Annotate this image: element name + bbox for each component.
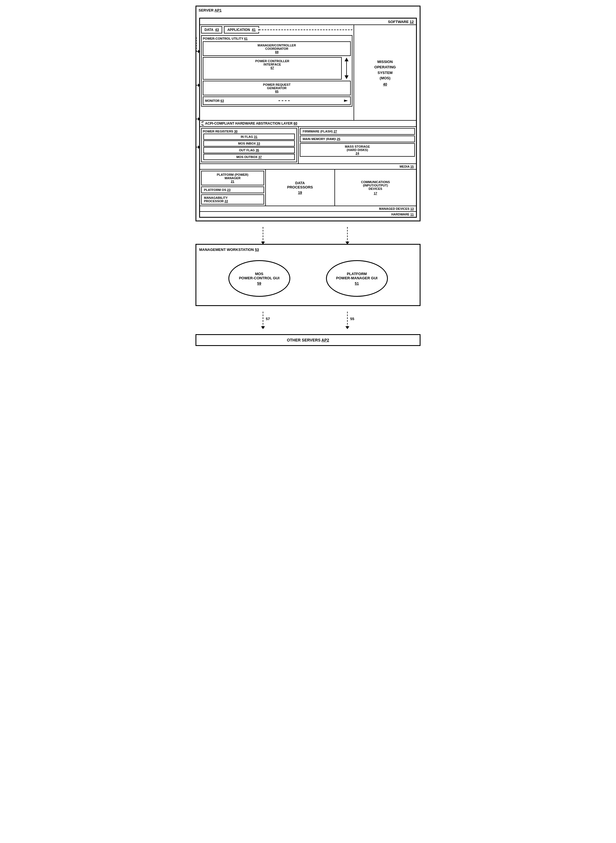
ellipses-row: MOSPOWER-CONTROL GUI 59 PLATFORMPOWER-MA…	[199, 255, 417, 302]
bottom-connectors-area: 57 55	[213, 312, 403, 334]
power-reg-section: POWER REGISTERS 30 IN FLAG 31 MOS INBOX …	[200, 127, 299, 163]
platform-manager-id: 21	[203, 180, 262, 183]
svg-marker-9	[198, 84, 200, 87]
platform-gui-label: PLATFORMPOWER-MANAGER GUI	[336, 272, 377, 280]
hal-inner: POWER REGISTERS 30 IN FLAG 31 MOS INBOX …	[200, 127, 416, 163]
monitor-label: MONITOR 63	[205, 99, 224, 103]
pci-label: POWER CONTROLLERINTERFACE	[205, 59, 339, 66]
mos-label: MISSION OPERATING SYSTEM (MOS)	[374, 59, 396, 81]
top-row: DATA 43 APPLICATION 41 POWER-CONTROL UTI…	[200, 25, 416, 120]
pci-box: POWER CONTROLLERINTERFACE 67	[203, 57, 342, 80]
prg-id: 65	[205, 90, 349, 93]
mos-gui-id: 59	[239, 281, 279, 286]
pci-id: 67	[205, 66, 339, 69]
comms-label: COMMUNICATIONS(INPUT/OUTPUT)DEVICES	[361, 180, 390, 191]
platform-manager-box: PLATFORM (POWER)MANAGER 21	[201, 171, 264, 185]
svg-marker-3	[345, 75, 349, 79]
manager-box: MANAGER/CONTROLLER COORDINATOR 69	[203, 41, 351, 56]
manager-id: 69	[205, 50, 349, 54]
platform-col: PLATFORM (POWER)MANAGER 21 PLATFORM OS 2…	[200, 170, 266, 205]
pcu-box: POWER-CONTROL UTILITY 61 MANAGER/CONTROL…	[201, 35, 352, 107]
connector-lines-area	[213, 227, 403, 244]
other-servers-label: OTHER SERVERS	[287, 338, 321, 342]
hal-label: ACPI-COMPLIANT HARDWARE ABSTRACTION LAYE…	[205, 122, 297, 125]
hal-bracket	[202, 122, 204, 125]
svg-marker-22	[345, 326, 349, 329]
svg-marker-19	[261, 326, 265, 329]
bottom-section: PLATFORM (POWER)MANAGER 21 PLATFORM OS 2…	[200, 169, 416, 217]
connectors-to-ws-svg	[213, 227, 403, 244]
svg-text:55: 55	[350, 317, 354, 321]
mos-gui-label: MOSPOWER-CONTROL GUI	[239, 272, 279, 280]
app-dashed-line	[259, 29, 352, 34]
arrow-col	[342, 57, 351, 80]
out-flag-box: OUT FLAG 35	[203, 147, 295, 153]
bottom-row: PLATFORM (POWER)MANAGER 21 PLATFORM OS 2…	[200, 170, 416, 205]
monitor-dashed	[279, 100, 290, 101]
comms-content: COMMUNICATIONS(INPUT/OUTPUT)DEVICES 17	[361, 180, 390, 195]
platform-gui-ellipse: PLATFORMPOWER-MANAGER GUI 51	[326, 260, 388, 297]
hal-header: ACPI-COMPLIANT HARDWARE ABSTRACTION LAYE…	[200, 121, 416, 127]
hardware-label: HARDWARE 11	[200, 211, 416, 217]
left-software-col: DATA 43 APPLICATION 41 POWER-CONTROL UTI…	[200, 25, 354, 120]
power-reg-label: POWER REGISTERS 30	[203, 130, 295, 133]
data-proc-col: DATA PROCESSORS 19	[266, 170, 335, 205]
server-label: SERVER AP1	[199, 8, 221, 12]
svg-marker-11	[198, 117, 200, 121]
svg-marker-1	[345, 58, 349, 61]
mos-gui-content: MOSPOWER-CONTROL GUI 59	[239, 272, 279, 286]
data-proc-label: DATA PROCESSORS	[287, 181, 313, 189]
bottom-connectors-svg: 57 55	[213, 312, 403, 334]
managed-devices-label: MANAGED DEVICES 13	[200, 205, 416, 211]
data-proc-content: DATA PROCESSORS 19	[287, 181, 313, 195]
platform-manager-label: PLATFORM (POWER)MANAGER	[203, 173, 262, 180]
data-box: DATA 43	[201, 26, 222, 34]
software-box: SOFTWARE 12 DATA 43	[199, 18, 417, 218]
firmware-box: FIRMWARE (FLASH) 27	[300, 128, 415, 135]
platform-os-box: PLATFORM OS 23	[201, 186, 264, 193]
pcu-label: POWER-CONTROL UTILITY 61	[203, 37, 351, 40]
mos-col: MISSION OPERATING SYSTEM (MOS) 40	[354, 25, 416, 120]
platform-gui-id: 51	[336, 281, 377, 286]
in-flag-box: IN FLAG 31	[203, 133, 295, 140]
data-app-row: DATA 43 APPLICATION 41	[201, 26, 352, 34]
svg-marker-7	[198, 50, 200, 53]
monitor-box: MONITOR 63	[203, 97, 351, 105]
monitor-arrow-svg	[344, 99, 349, 103]
svg-text:57: 57	[266, 317, 270, 321]
server-inner: SOFTWARE 12 DATA 43	[199, 18, 417, 218]
managability-box: MANAGABILITYPROCESSOR 22	[201, 194, 264, 204]
power-reg-box: POWER REGISTERS 30 IN FLAG 31 MOS INBOX …	[201, 128, 297, 162]
other-servers-id: AP2	[321, 338, 329, 342]
diagram-container: SERVER AP1 SOFTWARE 12	[195, 6, 421, 346]
data-proc-id: 19	[287, 191, 313, 195]
comms-col: COMMUNICATIONS(INPUT/OUTPUT)DEVICES 17	[335, 170, 416, 205]
mass-storage-box: MASS STORAGE(HARD DISKS)24	[300, 143, 415, 157]
prg-box: POWER REQUESTGENERATOR 65	[203, 81, 351, 95]
main-memory-box: MAIN MEMORY (RAM)\ 25	[300, 136, 415, 142]
application-box: APPLICATION 41	[224, 26, 259, 34]
software-label: SOFTWARE 12	[388, 20, 414, 24]
mos-content: MISSION OPERATING SYSTEM (MOS) 40	[374, 59, 396, 86]
mgmt-ws-label: MANAGEMENT WORKSTATION 53	[199, 248, 417, 252]
storage-section: FIRMWARE (FLASH) 27 MAIN MEMORY (RAM)\ 2…	[299, 127, 416, 163]
mos-inbox-box: MOS INBOX 33	[203, 140, 295, 147]
mos-id: 40	[374, 82, 396, 86]
mos-gui-ellipse: MOSPOWER-CONTROL GUI 59	[229, 260, 290, 297]
svg-marker-13	[198, 145, 200, 149]
mgmt-workstation-box: MANAGEMENT WORKSTATION 53 MOSPOWER-CONTR…	[195, 244, 421, 306]
left-connectors-svg	[196, 29, 201, 170]
manager-label: MANAGER/CONTROLLER COORDINATOR	[205, 44, 349, 50]
arrows-svg	[342, 57, 351, 80]
prg-label: POWER REQUESTGENERATOR	[205, 83, 349, 90]
platform-gui-content: PLATFORMPOWER-MANAGER GUI 51	[336, 272, 377, 286]
svg-marker-4	[344, 100, 348, 102]
server-ap1-box: SERVER AP1 SOFTWARE 12	[195, 6, 421, 221]
pci-row: POWER CONTROLLERINTERFACE 67	[203, 57, 351, 80]
media-label: MEDIA 15	[200, 163, 416, 169]
svg-marker-17	[345, 242, 349, 244]
other-servers-box: OTHER SERVERS AP2	[195, 334, 421, 346]
svg-marker-15	[261, 242, 265, 244]
hal-section: ACPI-COMPLIANT HARDWARE ABSTRACTION LAYE…	[200, 120, 416, 169]
mos-outbox-box: MOS OUTBOX 37	[203, 154, 295, 160]
